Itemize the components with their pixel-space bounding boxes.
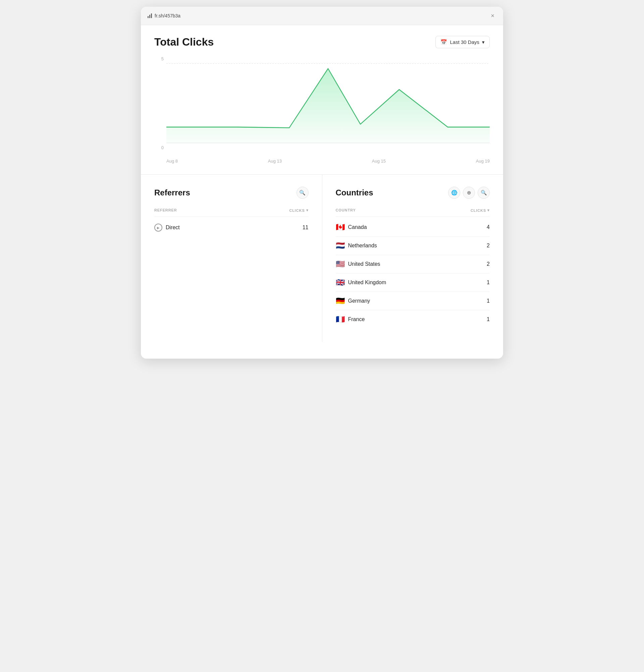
table-row: ▶ Direct 11 [154,218,308,237]
table-row: 🇬🇧 United Kingdom 1 [336,274,490,292]
countries-table-header: COUNTRY CLICKS ▾ [336,208,490,217]
countries-rows: 🇨🇦 Canada 4 🇳🇱 Netherlands 2 🇺🇸 United S… [336,218,490,328]
table-row: 🇳🇱 Netherlands 2 [336,237,490,255]
chart-header: Total Clicks 📅 Last 30 Days ▾ [154,36,490,48]
country-flag: 🇺🇸 [336,261,345,268]
country-value: 1 [487,316,490,322]
row-left: 🇫🇷 France [336,316,365,323]
referrer-col-label: REFERRER [154,208,177,213]
clicks-col-label-referrer[interactable]: CLICKS ▾ [289,208,308,213]
x-label-aug15: Aug 15 [372,158,386,164]
country-value: 2 [487,243,490,249]
row-left: ▶ Direct [154,224,180,231]
row-left: 🇺🇸 United States [336,261,380,268]
globe-plus-button[interactable]: ⊕ [463,187,475,199]
referrer-label: Direct [166,225,180,231]
x-label-aug13: Aug 13 [268,158,282,164]
globe-add-icon: ⊕ [467,190,471,196]
country-label: Netherlands [348,243,377,249]
x-label-aug19: Aug 19 [476,158,490,164]
countries-header: Countries 🌐 ⊕ 🔍 [336,187,490,199]
countries-title: Countries [336,188,373,197]
country-value: 4 [487,224,490,230]
countries-search-button[interactable]: 🔍 [478,187,490,199]
referrers-table-header: REFERRER CLICKS ▾ [154,208,308,217]
referrers-title: Referrers [154,188,190,197]
row-left: 🇳🇱 Netherlands [336,242,377,249]
country-label: United Kingdom [348,279,386,286]
globe-icon: 🌐 [451,190,457,196]
table-row: 🇫🇷 France 1 [336,310,490,328]
countries-action-buttons: 🌐 ⊕ 🔍 [448,187,490,199]
country-label: France [348,316,365,322]
row-left: 🇨🇦 Canada [336,224,367,231]
table-row: 🇺🇸 United States 2 [336,255,490,274]
country-col-label: COUNTRY [336,208,356,213]
country-flag: 🇫🇷 [336,316,345,323]
modal-body: Total Clicks 📅 Last 30 Days ▾ 0 5 [141,25,503,164]
chart-y-labels: 0 5 [154,56,164,150]
country-label: Germany [348,298,370,304]
direct-icon: ▶ [154,224,162,231]
y-label-5: 5 [154,56,164,61]
row-left: 🇩🇪 Germany [336,297,370,305]
clicks-col-label-country[interactable]: CLICKS ▾ [471,208,490,213]
country-flag: 🇬🇧 [336,279,345,286]
referrers-section: Referrers 🔍 REFERRER CLICKS ▾ ▶ Direct 1… [141,175,322,342]
row-left: 🇬🇧 United Kingdom [336,279,386,286]
calendar-icon: 📅 [441,39,447,45]
chevron-down-icon: ▾ [482,39,485,45]
country-value: 1 [487,279,490,286]
country-flag: 🇩🇪 [336,297,345,305]
close-button[interactable]: × [489,12,496,20]
referrers-search-button[interactable]: 🔍 [296,187,308,199]
country-label: Canada [348,224,367,230]
x-label-aug8: Aug 8 [166,158,178,164]
search-icon: 🔍 [299,190,306,196]
country-value: 2 [487,261,490,267]
modal-title: fr.sh/457b3a [155,13,486,19]
chart-svg-area [166,56,490,150]
countries-section: Countries 🌐 ⊕ 🔍 COUNTRY CLICKS [322,175,503,342]
chart-x-labels: Aug 8 Aug 13 Aug 15 Aug 19 [166,152,490,164]
referrers-header: Referrers 🔍 [154,187,308,199]
country-flag: 🇨🇦 [336,224,345,231]
y-label-0: 0 [154,145,164,150]
table-row: 🇨🇦 Canada 4 [336,218,490,237]
sections-container: Referrers 🔍 REFERRER CLICKS ▾ ▶ Direct 1… [141,174,503,342]
country-label: United States [348,261,380,267]
referrer-value: 11 [303,225,308,231]
modal-header: fr.sh/457b3a × [141,7,503,25]
table-row: 🇩🇪 Germany 1 [336,292,490,310]
date-filter-label: Last 30 Days [450,39,479,45]
globe-view-button[interactable]: 🌐 [448,187,460,199]
sort-chevron-icon: ▾ [306,208,308,213]
search-icon: 🔍 [481,190,487,196]
chart-container: 0 5 [154,56,490,164]
country-flag: 🇳🇱 [336,242,345,249]
date-filter-button[interactable]: 📅 Last 30 Days ▾ [435,36,490,48]
country-value: 1 [487,298,490,304]
bars-chart-icon [148,13,152,18]
sort-chevron-icon: ▾ [487,208,490,213]
chart-title: Total Clicks [154,36,214,48]
modal-window: fr.sh/457b3a × Total Clicks 📅 Last 30 Da… [141,7,503,359]
